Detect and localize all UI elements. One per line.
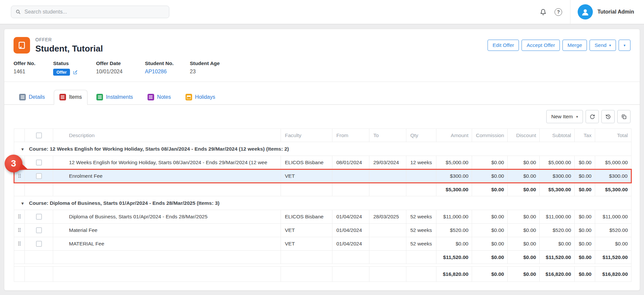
header-subtotal: Subtotal bbox=[540, 129, 575, 142]
tabs: Details Items Instalments Notes Holidays bbox=[4, 90, 640, 105]
history-button[interactable] bbox=[601, 110, 615, 123]
empty-cell bbox=[369, 251, 406, 264]
cell-description: 12 Weeks English for Working Holiday, St… bbox=[53, 156, 281, 169]
select-all-checkbox[interactable] bbox=[36, 132, 42, 138]
empty-cell bbox=[281, 251, 332, 264]
page: OFFER Student, Tutorial Edit Offer Accep… bbox=[0, 29, 644, 291]
tab-details[interactable]: Details bbox=[14, 90, 51, 104]
row-checkbox[interactable] bbox=[36, 160, 42, 166]
row-checkbox[interactable] bbox=[36, 227, 42, 233]
header-discount: Discount bbox=[508, 129, 540, 142]
tab-items[interactable]: Items bbox=[54, 90, 87, 105]
edit-offer-button[interactable]: Edit Offer bbox=[488, 40, 519, 51]
header-drag bbox=[14, 129, 25, 142]
merge-button[interactable]: Merge bbox=[562, 40, 587, 51]
cell-total: $300.00 bbox=[595, 169, 631, 183]
course-group-title: Course: Diploma of Business, Starts 01/A… bbox=[29, 200, 220, 206]
student-no-link[interactable]: AP10286 bbox=[145, 69, 190, 75]
row-checkbox[interactable] bbox=[36, 214, 42, 220]
empty-cell bbox=[332, 183, 369, 196]
header-from: From bbox=[332, 129, 369, 142]
drag-cell[interactable]: ⠿ bbox=[14, 224, 25, 237]
accept-offer-button[interactable]: Accept Offer bbox=[522, 40, 560, 51]
cell-commission: $0.00 bbox=[472, 224, 508, 237]
title-block: OFFER Student, Tutorial bbox=[35, 37, 103, 54]
edit-status-icon[interactable] bbox=[73, 69, 78, 75]
instalments-tab-icon bbox=[96, 94, 103, 100]
user-name[interactable]: Tutorial Admin bbox=[597, 9, 634, 15]
refresh-button[interactable] bbox=[586, 110, 599, 123]
table-header-row: Description Faculty From To Qty Amount C… bbox=[14, 129, 631, 142]
cell-total-commission: $0.00 bbox=[472, 251, 508, 264]
cell-qty: 52 weeks bbox=[406, 210, 436, 224]
annotation-balloon-3: 3 bbox=[5, 155, 22, 172]
drag-handle-icon[interactable]: ⠿ bbox=[17, 173, 21, 179]
notifications-bell-icon[interactable] bbox=[538, 6, 549, 18]
info-offer-date: Offer Date 10/01/2024 bbox=[96, 60, 145, 76]
cell-to: 28/03/2025 bbox=[369, 210, 406, 224]
cell-total: $520.00 bbox=[595, 224, 631, 237]
entity-label: OFFER bbox=[35, 37, 103, 42]
collapse-caret-icon[interactable]: ▾ bbox=[21, 147, 24, 152]
cell-total-tax: $0.00 bbox=[575, 251, 595, 264]
empty-cell bbox=[25, 267, 53, 282]
info-student-no: Student No. AP10286 bbox=[145, 60, 190, 76]
offer-card: OFFER Student, Tutorial Edit Offer Accep… bbox=[4, 29, 640, 291]
tab-instalments[interactable]: Instalments bbox=[91, 90, 139, 104]
cell-tax: $0.00 bbox=[575, 156, 595, 169]
more-actions-button[interactable]: ▾ bbox=[619, 40, 630, 51]
cell-total-total: $11,520.00 bbox=[595, 251, 631, 264]
cell-description: Diploma of Business, Starts 01/Apr/2024 … bbox=[53, 210, 281, 224]
items-panel: New Item ▾ bbox=[4, 105, 640, 282]
header-tax: Tax bbox=[575, 129, 595, 142]
header-faculty: Faculty bbox=[281, 129, 332, 142]
row-checkbox[interactable] bbox=[36, 173, 42, 179]
duplicate-button[interactable] bbox=[617, 110, 630, 123]
tab-holidays[interactable]: Holidays bbox=[180, 90, 221, 104]
drag-handle-icon[interactable]: ⠿ bbox=[17, 241, 21, 247]
table-row-highlighted: 3 ⠿ Enrolment Fee VET $300.00 bbox=[14, 169, 631, 183]
send-button[interactable]: Send ▾ bbox=[590, 40, 616, 51]
cell-amount: $0.00 bbox=[436, 237, 472, 251]
search-input[interactable] bbox=[24, 9, 165, 15]
drag-cell[interactable]: ⠿ bbox=[14, 210, 25, 224]
avatar[interactable] bbox=[578, 4, 593, 19]
cell-tax: $0.00 bbox=[575, 210, 595, 224]
cell-faculty: VET bbox=[281, 224, 332, 237]
topbar-divider bbox=[570, 0, 570, 24]
empty-cell bbox=[281, 183, 332, 196]
table-row: ⠿ Material Fee VET 01/04/2024 52 weeks $… bbox=[14, 224, 631, 237]
empty-cell bbox=[369, 183, 406, 196]
collapse-caret-icon[interactable]: ▾ bbox=[21, 201, 24, 206]
search-box bbox=[11, 6, 169, 18]
cell-discount: $0.00 bbox=[508, 237, 540, 251]
empty-cell bbox=[281, 267, 332, 282]
cell-total-total: $5,300.00 bbox=[595, 183, 631, 196]
empty-cell bbox=[53, 183, 281, 196]
drag-handle-icon[interactable]: ⠿ bbox=[17, 227, 21, 234]
cell-description: MATERIAL Fee bbox=[53, 237, 281, 251]
info-status: Status Offer bbox=[53, 60, 96, 76]
cell-to bbox=[369, 237, 406, 251]
empty-cell bbox=[53, 251, 281, 264]
cell-grand-discount: $0.00 bbox=[508, 267, 540, 282]
cell-total: $5,000.00 bbox=[595, 156, 631, 169]
cell-commission: $0.00 bbox=[472, 210, 508, 224]
row-checkbox[interactable] bbox=[36, 241, 42, 247]
empty-cell bbox=[406, 183, 436, 196]
table-row: ⠿ MATERIAL Fee VET 01/04/2024 52 weeks $… bbox=[14, 237, 631, 251]
empty-cell bbox=[14, 183, 25, 196]
info-row: Offer No. 1461 Status Offer Offer Date 1… bbox=[4, 54, 640, 82]
drag-handle-icon[interactable]: ⠿ bbox=[17, 214, 21, 220]
checkbox-cell bbox=[25, 210, 53, 224]
drag-cell[interactable]: 3 ⠿ bbox=[14, 169, 25, 183]
tab-notes[interactable]: Notes bbox=[142, 90, 177, 104]
header-to: To bbox=[369, 129, 406, 142]
cell-from bbox=[332, 169, 369, 183]
cell-subtotal: $11,000.00 bbox=[540, 210, 575, 224]
help-icon[interactable]: ? bbox=[553, 6, 564, 18]
spacer-row bbox=[14, 264, 631, 267]
new-item-button[interactable]: New Item ▾ bbox=[546, 110, 583, 123]
cell-total-commission: $0.00 bbox=[472, 183, 508, 196]
drag-cell[interactable]: ⠿ bbox=[14, 237, 25, 251]
